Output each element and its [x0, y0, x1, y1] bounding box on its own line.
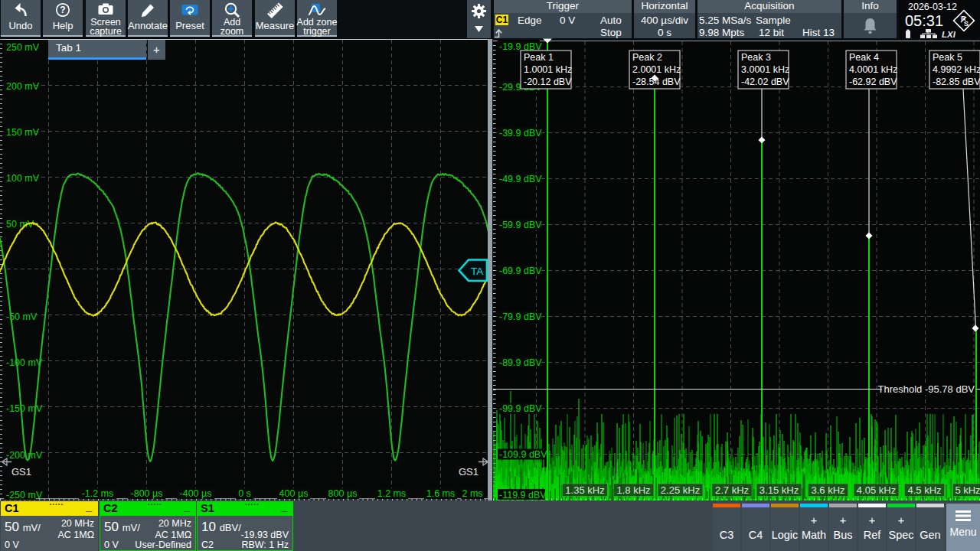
svg-text:150 mV: 150 mV	[6, 127, 40, 138]
svg-text:1.6 ms: 1.6 ms	[426, 488, 456, 499]
svg-text:-20.12 dBV: -20.12 dBV	[524, 77, 572, 87]
svg-text:2.7 kHz: 2.7 kHz	[715, 484, 749, 496]
svg-text:1.2 ms: 1.2 ms	[377, 488, 407, 499]
svg-text:-1.2 ms: -1.2 ms	[82, 488, 114, 499]
svg-text:1.0001 kHz: 1.0001 kHz	[524, 64, 572, 75]
svg-text:-100 mV: -100 mV	[6, 357, 43, 368]
svg-text:-39.9 dBV: -39.9 dBV	[499, 128, 542, 139]
svg-text:-62.92 dBV: -62.92 dBV	[849, 77, 897, 87]
svg-text:-250 mV: -250 mV	[6, 490, 43, 500]
svg-text:-400 µs: -400 µs	[180, 488, 212, 499]
svg-text:GS1: GS1	[459, 466, 479, 478]
svg-text:5 kHz: 5 kHz	[955, 484, 980, 496]
svg-text:0 s: 0 s	[238, 488, 251, 499]
svg-text:800 µs: 800 µs	[328, 488, 358, 499]
svg-text:3.6 kHz: 3.6 kHz	[811, 484, 844, 496]
svg-text:4.0001 kHz: 4.0001 kHz	[849, 64, 897, 75]
svg-text:4.5 kHz: 4.5 kHz	[907, 484, 941, 496]
svg-text:S: S	[964, 20, 969, 28]
svg-text:250 mV: 250 mV	[6, 42, 40, 53]
svg-text:50 mV: 50 mV	[6, 219, 34, 230]
svg-text:3.15 kHz: 3.15 kHz	[760, 484, 799, 496]
svg-text:-99.9 dBV: -99.9 dBV	[499, 403, 542, 414]
svg-text:-800 µs: -800 µs	[131, 488, 163, 499]
svg-text:1.8 kHz: 1.8 kHz	[616, 484, 650, 496]
svg-text:GS1: GS1	[11, 466, 31, 478]
svg-text:-49.9 dBV: -49.9 dBV	[499, 174, 542, 184]
svg-text:100 mV: 100 mV	[6, 173, 40, 184]
svg-text:Peak 3: Peak 3	[741, 52, 771, 63]
svg-text:3.0001 kHz: 3.0001 kHz	[741, 64, 789, 75]
svg-text:Threshold -95.78 dBV: Threshold -95.78 dBV	[878, 383, 975, 395]
svg-text:-89.9 dBV: -89.9 dBV	[499, 357, 542, 368]
svg-text:Peak 4: Peak 4	[849, 52, 879, 63]
svg-text:-82.85 dBV: -82.85 dBV	[933, 77, 980, 87]
svg-text:-42.02 dBV: -42.02 dBV	[741, 77, 789, 87]
svg-text:2.0001 kHz: 2.0001 kHz	[632, 64, 681, 75]
svg-text:1.35 kHz: 1.35 kHz	[565, 484, 604, 496]
svg-text:Peak 5: Peak 5	[933, 52, 962, 63]
svg-text:-79.9 dBV: -79.9 dBV	[499, 311, 542, 322]
svg-text:200 mV: 200 mV	[6, 81, 40, 92]
svg-text:TA: TA	[471, 266, 483, 277]
svg-text:-109.9 dBV: -109.9 dBV	[499, 449, 547, 460]
svg-text:2 ms: 2 ms	[462, 488, 482, 499]
svg-text:4.9992 kHz: 4.9992 kHz	[933, 64, 980, 75]
svg-text:Peak 1: Peak 1	[524, 52, 554, 63]
svg-text:-150 mV: -150 mV	[6, 403, 43, 414]
svg-text:-69.9 dBV: -69.9 dBV	[499, 266, 542, 276]
svg-text:4.05 kHz: 4.05 kHz	[857, 484, 896, 496]
svg-text:-119.9 dBV: -119.9 dBV	[499, 490, 547, 500]
svg-text:400 µs: 400 µs	[279, 488, 309, 499]
svg-text:?: ?	[60, 5, 65, 15]
svg-text:-59.9 dBV: -59.9 dBV	[499, 220, 542, 230]
svg-text:2.25 kHz: 2.25 kHz	[661, 484, 700, 496]
svg-text:Peak 2: Peak 2	[632, 52, 662, 63]
